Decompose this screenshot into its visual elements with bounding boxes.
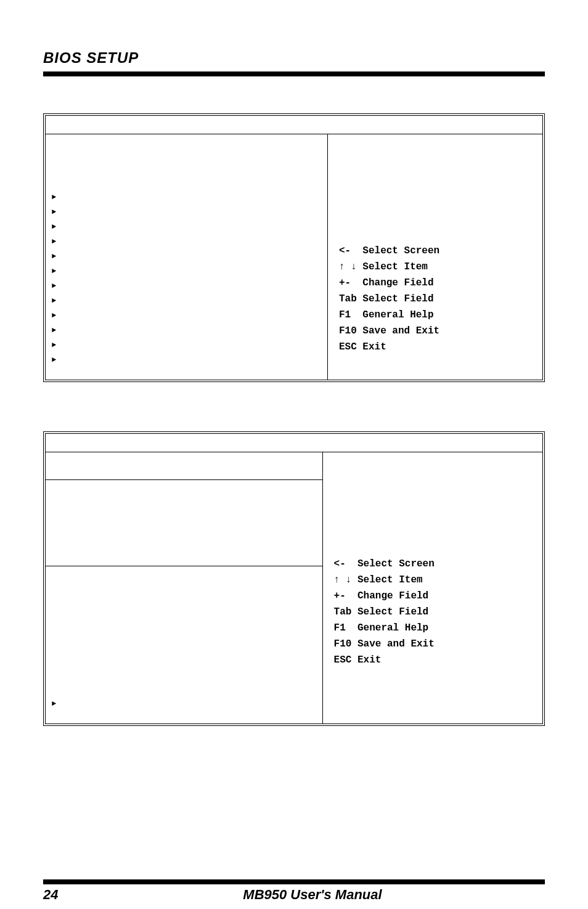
triangle-icon: ► bbox=[52, 311, 64, 320]
triangle-icon: ► bbox=[52, 222, 64, 231]
triangle-icon: ► bbox=[52, 237, 64, 246]
list-item: ► bbox=[52, 249, 321, 264]
list-item: ► bbox=[52, 279, 321, 293]
bios-panel-1-header bbox=[46, 116, 542, 134]
help-line: F1 General Help bbox=[339, 307, 531, 323]
triangle-icon: ► bbox=[52, 699, 64, 708]
list-item: ► bbox=[52, 323, 321, 338]
triangle-icon: ► bbox=[52, 341, 64, 349]
help-line: <- Select Screen bbox=[334, 556, 531, 572]
help-line: ESC Exit bbox=[339, 339, 531, 355]
help-line: ESC Exit bbox=[334, 652, 531, 668]
bios-panel-2-menu: ► bbox=[46, 452, 323, 724]
bios-panel-1-help: <- Select Screen ↑ ↓ Select Item +- Chan… bbox=[328, 134, 542, 380]
bios-panel-2-section-a bbox=[46, 452, 322, 480]
help-line: <- Select Screen bbox=[339, 243, 531, 259]
help-line: ↑ ↓ Select Item bbox=[334, 572, 531, 588]
triangle-icon: ► bbox=[52, 356, 64, 364]
list-item: ► bbox=[52, 353, 321, 367]
triangle-icon: ► bbox=[52, 296, 64, 305]
bios-panel-2-section-c: ► bbox=[46, 566, 322, 724]
page-number: 24 bbox=[43, 887, 80, 903]
bios-panel-2-section-b bbox=[46, 480, 322, 566]
list-item: ► bbox=[52, 338, 321, 353]
footer-rule bbox=[43, 879, 545, 884]
list-item: ► bbox=[52, 293, 321, 308]
bios-panel-2: ► <- Select Screen ↑ ↓ Select Item +- Ch… bbox=[43, 431, 545, 726]
list-item: ► bbox=[52, 219, 321, 234]
bios-panel-2-help: <- Select Screen ↑ ↓ Select Item +- Chan… bbox=[323, 452, 542, 724]
list-item: ► bbox=[52, 190, 321, 205]
header-rule bbox=[43, 71, 545, 76]
help-line: F10 Save and Exit bbox=[334, 636, 531, 652]
help-line: ↑ ↓ Select Item bbox=[339, 259, 531, 275]
triangle-icon: ► bbox=[52, 208, 64, 216]
page-header-title: BIOS SETUP bbox=[43, 49, 545, 67]
footer: 24 MB950 User's Manual bbox=[43, 887, 545, 903]
list-item: ► bbox=[52, 205, 321, 219]
triangle-icon: ► bbox=[52, 267, 64, 275]
help-line: +- Change Field bbox=[334, 588, 531, 604]
help-line: F1 General Help bbox=[334, 620, 531, 636]
help-line: F10 Save and Exit bbox=[339, 323, 531, 339]
bios-panel-1-menu: ► ► ► ► ► ► ► ► ► ► ► ► bbox=[46, 134, 328, 380]
help-line: Tab Select Field bbox=[334, 604, 531, 620]
help-line: +- Change Field bbox=[339, 275, 531, 291]
list-item: ► bbox=[52, 264, 321, 279]
triangle-icon: ► bbox=[52, 282, 64, 290]
triangle-icon: ► bbox=[52, 193, 64, 202]
list-item: ► bbox=[52, 696, 316, 711]
bios-panel-2-header bbox=[46, 434, 542, 452]
manual-title: MB950 User's Manual bbox=[80, 887, 545, 903]
triangle-icon: ► bbox=[52, 252, 64, 261]
bios-panel-1: ► ► ► ► ► ► ► ► ► ► ► ► <- Select Screen… bbox=[43, 113, 545, 382]
help-line: Tab Select Field bbox=[339, 291, 531, 307]
list-item: ► bbox=[52, 308, 321, 323]
list-item: ► bbox=[52, 234, 321, 249]
triangle-icon: ► bbox=[52, 326, 64, 335]
